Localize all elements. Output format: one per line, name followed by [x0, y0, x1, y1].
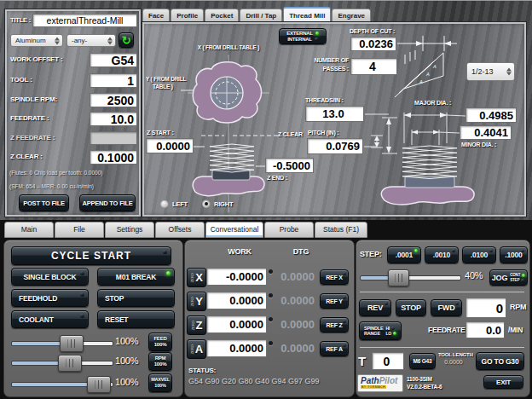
step-1000-button[interactable]: .1000 — [500, 246, 528, 263]
right-radio[interactable] — [202, 200, 211, 208]
zero-x-button[interactable]: ZERO X — [187, 268, 206, 287]
x-axis-label: X ( FROM DRILL TABLE ) — [186, 44, 271, 50]
feedhold-button[interactable]: FEEDHOLD — [11, 289, 89, 307]
refresh-icon[interactable]: ↻ — [119, 32, 134, 48]
step-1000-led — [521, 249, 524, 252]
major-dia-field[interactable]: 0.4985 — [466, 107, 517, 123]
step-0100-label: .0100 — [471, 251, 488, 259]
maxvel-100-button[interactable]: MAXVEL 100% — [148, 373, 172, 392]
z-end-field[interactable]: -0.5000 — [265, 158, 314, 173]
ref-y-button[interactable]: REF Y — [320, 293, 349, 309]
ref-a-button[interactable]: REF A — [320, 341, 349, 356]
ref-z-button[interactable]: REF Z — [320, 317, 349, 332]
work-offset-field[interactable]: G54 — [90, 53, 137, 67]
tool-field[interactable]: 1 — [90, 73, 137, 88]
append-to-file-button[interactable]: APPEND TO FILE — [79, 194, 136, 211]
step-label: STEP: — [360, 250, 382, 258]
jog-override-slider[interactable] — [360, 275, 461, 280]
spindle-range-button[interactable]: SPINDLE RANGE HI LO — [359, 321, 402, 340]
threads-per-inch-field[interactable]: 13.0 — [305, 106, 364, 122]
ref-x-label: REF X — [326, 275, 343, 280]
goto-g30-button[interactable]: GO TO G30 — [476, 352, 524, 370]
feed-override-slider-thumb[interactable] — [60, 335, 84, 352]
feedrate-field[interactable]: 10.0 — [90, 112, 137, 126]
a-dot-led — [269, 341, 273, 345]
z-clear-field[interactable]: 0.1000 — [90, 150, 137, 165]
zero-a-button[interactable]: ZERO A — [187, 339, 206, 359]
spinner-icon — [506, 68, 512, 76]
tool-filter-value: -any- — [72, 37, 87, 44]
jog-mode-button[interactable]: JOG CONT STEP — [489, 269, 528, 286]
tool-filter-select[interactable]: -any- — [66, 34, 116, 47]
conversational-settings-panel: TITLE : externalThread-Mill Aluminum -an… — [5, 9, 141, 217]
nav-tab-probe[interactable]: Probe — [264, 222, 314, 238]
step-0001-button[interactable]: .0001 — [387, 246, 421, 263]
tool-label: TOOL : — [10, 76, 32, 84]
divider — [360, 292, 524, 292]
nav-tab-offsets[interactable]: Offsets — [155, 222, 205, 238]
step-0010-button[interactable]: .0010 — [425, 246, 459, 263]
exit-button[interactable]: EXIT — [483, 375, 523, 389]
nav-tab-file[interactable]: File — [55, 222, 104, 238]
axis-y-letter: Y — [195, 295, 203, 308]
z-feedrate-label: Z FEEDRATE : — [10, 134, 55, 142]
spindle-rpm-field[interactable]: 2500 — [90, 93, 137, 107]
material-select[interactable]: Aluminum — [10, 34, 63, 47]
nav-tab-conversational[interactable]: Conversational — [205, 222, 263, 238]
depth-of-cut-field[interactable]: 0.0236 — [350, 37, 396, 51]
work-y-field[interactable]: 0.0000 — [206, 292, 267, 309]
ref-a-label: REF A — [326, 346, 343, 352]
minor-dia-field[interactable]: 0.4041 — [460, 125, 512, 140]
spindle-stop-label: STOP — [401, 304, 421, 312]
rpm-unit-label: RPM — [510, 303, 526, 311]
dtg-a-value: 0.0000 — [274, 342, 315, 355]
m01-break-button[interactable]: M01 BREAK — [97, 268, 175, 286]
post-to-file-button[interactable]: POST TO FILE — [19, 194, 69, 211]
rpm-override-slider-thumb[interactable] — [58, 355, 82, 372]
spindle-feedrate-display[interactable]: 0.0 — [466, 321, 505, 338]
work-z-field[interactable]: 0.0000 — [206, 315, 267, 333]
maxvel-override-slider-thumb[interactable] — [87, 376, 111, 393]
feed-100-button[interactable]: FEED 100% — [148, 332, 172, 351]
reset-button[interactable]: RESET — [97, 310, 175, 328]
step-0100-button[interactable]: .0100 — [462, 246, 496, 263]
cycle-start-button[interactable]: CYCLE START — [11, 246, 171, 265]
z-feedrate-field — [90, 131, 137, 145]
rpm-100-label1: RPM — [155, 356, 166, 361]
stop-button[interactable]: STOP — [97, 289, 175, 307]
direction-right-option[interactable]: RIGHT — [202, 200, 233, 208]
external-internal-toggle[interactable]: EXTERNAL INTERNAL — [279, 28, 327, 44]
single-block-led — [80, 271, 84, 275]
zero-z-button[interactable]: ZERO Z — [187, 315, 206, 335]
z-start-field[interactable]: 0.0000 — [146, 138, 194, 153]
work-a-field[interactable]: 0.0000 — [206, 339, 267, 357]
spindle-rev-button[interactable]: REV — [359, 299, 391, 316]
nav-tab-status[interactable]: Status (F1) — [315, 222, 367, 238]
spindle-rpm-display[interactable]: 0 — [466, 298, 506, 318]
rev-led — [385, 302, 388, 305]
zero-y-button[interactable]: ZERO Y — [187, 292, 206, 311]
ref-z-led — [343, 320, 346, 323]
direction-left-option[interactable]: LEFT — [160, 200, 188, 208]
rpm-100-button[interactable]: RPM 100% — [148, 352, 172, 371]
m6-g43-button[interactable]: M6 G43 — [409, 353, 436, 369]
thread-size-select[interactable]: 1/2-13 — [466, 62, 515, 81]
number-of-passes-field[interactable]: 4 — [350, 58, 397, 75]
nav-tab-settings[interactable]: Settings — [105, 222, 154, 238]
left-radio[interactable] — [160, 200, 169, 208]
tab-thread-mill[interactable]: Thread Mill — [283, 7, 331, 24]
coolant-button[interactable]: COOLANT — [11, 310, 89, 328]
ref-x-button[interactable]: REF X — [320, 269, 349, 285]
spindle-stop-button[interactable]: STOP — [396, 299, 426, 316]
spindle-fwd-button[interactable]: FWD — [431, 299, 462, 316]
work-x-field[interactable]: -0.0000 — [206, 268, 267, 286]
nav-tab-main[interactable]: Main — [4, 222, 54, 238]
gcode-status: G54 G90 G20 G80 G40 G94 G97 G99 — [188, 377, 320, 385]
jog-override-slider-thumb[interactable] — [388, 269, 409, 286]
single-block-button[interactable]: SINGLE BLOCK — [11, 268, 89, 286]
external-label: EXTERNAL — [286, 31, 313, 37]
title-input[interactable]: externalThread-Mill — [32, 14, 137, 27]
m01-break-label: M01 BREAK — [116, 273, 156, 281]
active-tool-field[interactable]: 0 — [372, 352, 404, 370]
pitch-field[interactable]: 0.0769 — [307, 138, 363, 154]
